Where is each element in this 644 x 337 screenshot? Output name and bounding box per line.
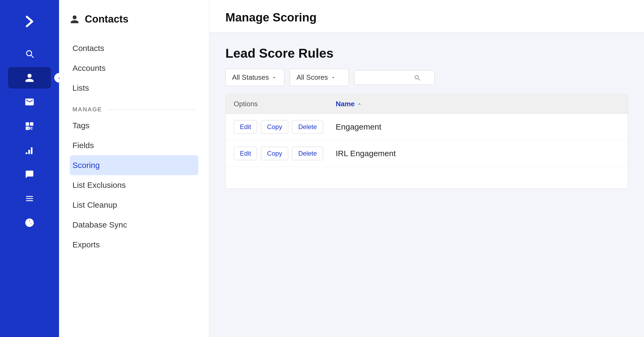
delete-button-irl-engagement[interactable]: Delete [292,147,323,160]
status-filter[interactable]: All Statuses [225,69,284,86]
sidebar-item-tags[interactable]: Tags [70,116,198,135]
table-row: Edit Copy Delete Engagement [226,114,628,140]
table-header-row: Options Name [226,94,628,114]
column-name-label: Name [336,100,355,108]
sidebar-item-database-sync[interactable]: Database Sync [70,215,198,235]
scores-filter-label: All Scores [297,73,328,82]
sidebar-item-list-exclusions[interactable]: List Exclusions [70,175,198,195]
search-box[interactable] [354,70,435,85]
sidebar-icon-messages-wrapper [0,164,59,185]
sidebar-icon-analytics-wrapper [0,212,59,233]
sidebar-icon-pipeline[interactable] [8,115,51,137]
logo-button[interactable] [8,8,51,35]
search-icon [414,74,420,81]
sidebar-item-contacts[interactable]: Contacts [70,38,198,58]
chevron-down-icon [272,75,277,80]
page-title: Manage Scoring [225,11,628,24]
section-title: Lead Score Rules [225,46,628,61]
sidebar-item-scoring[interactable]: Scoring [70,155,198,175]
sidebar-icon-contacts-wrapper: ‹ [0,67,59,89]
sidebar-icon-messages[interactable] [8,164,51,185]
row-options-irl-engagement: Edit Copy Delete [234,147,336,160]
sidebar-icon-email-wrapper [0,91,59,113]
filters-row: All Statuses All Scores [225,69,628,86]
sidebar-icon-email[interactable] [8,91,51,113]
sidebar-icon-data[interactable] [8,188,51,209]
column-header-name[interactable]: Name [336,100,620,108]
nav-sidebar-title: Contacts [85,13,129,25]
column-header-options: Options [234,100,336,108]
sidebar-item-lists[interactable]: Lists [70,78,198,98]
table-row: Edit Copy Delete IRL Engagement [226,140,628,167]
sidebar-icon-data-wrapper [0,188,59,209]
copy-button-irl-engagement[interactable]: Copy [261,147,288,160]
sidebar-icon-reports-wrapper [0,140,59,161]
sidebar-collapse-arrow[interactable]: ‹ [54,73,64,83]
row-options-engagement: Edit Copy Delete [234,120,336,134]
nav-section-manage-label: MANAGE [72,106,196,113]
sidebar-item-fields[interactable]: Fields [70,135,198,155]
status-filter-label: All Statuses [232,73,269,82]
sidebar-icon-reports[interactable] [8,140,51,161]
nav-sidebar-header: Contacts [70,13,198,25]
sidebar-icon-search[interactable] [8,43,51,64]
scores-filter[interactable]: All Scores [290,69,349,86]
delete-button-engagement[interactable]: Delete [292,120,323,134]
sidebar-icon-analytics[interactable] [8,212,51,233]
sidebar-icon-pipeline-wrapper [0,115,59,137]
page-header: Manage Scoring [209,0,644,32]
lead-score-rules-table: Options Name Edit Copy Delete Engagement… [225,94,628,189]
row-name-irl-engagement: IRL Engagement [336,149,620,158]
sort-asc-icon [357,102,362,107]
page-body: Lead Score Rules All Statuses All Scores… [209,32,644,337]
copy-button-engagement[interactable]: Copy [261,120,288,134]
sidebar-item-accounts[interactable]: Accounts [70,58,198,78]
row-name-engagement: Engagement [336,122,620,131]
chevron-down-icon-2 [331,75,336,80]
search-input[interactable] [360,74,414,81]
nav-sidebar: Contacts Contacts Accounts Lists MANAGE … [59,0,209,337]
sidebar-item-list-cleanup[interactable]: List Cleanup [70,195,198,215]
sidebar-item-exports[interactable]: Exports [70,235,198,255]
person-icon [70,14,79,24]
edit-button-engagement[interactable]: Edit [234,120,257,134]
sidebar-icon-contacts[interactable] [8,67,51,89]
sidebar-icon-search-wrapper [0,43,59,64]
main-content: Manage Scoring Lead Score Rules All Stat… [209,0,644,337]
edit-button-irl-engagement[interactable]: Edit [234,147,257,160]
icon-sidebar: ‹ [0,0,59,337]
table-empty-row [226,167,628,188]
